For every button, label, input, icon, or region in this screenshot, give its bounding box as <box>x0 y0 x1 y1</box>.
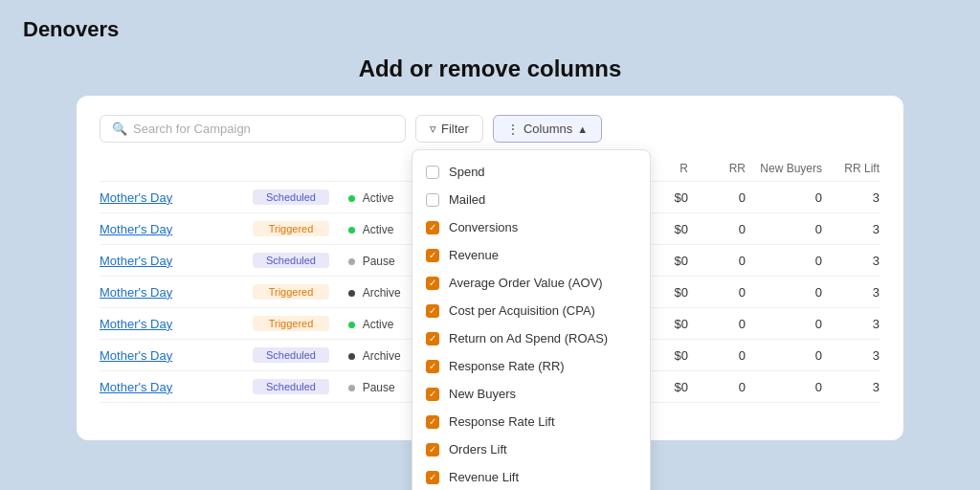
header-newbuyers: New Buyers <box>746 162 822 175</box>
dropdown-item-label: Orders Lift <box>449 442 507 457</box>
active-dot <box>348 385 355 391</box>
campaign-link[interactable]: Mother's Day <box>100 285 172 300</box>
r-cell: $0 <box>650 317 688 331</box>
filter-icon: ▿ <box>430 122 436 136</box>
checkbox-checked: ✓ <box>426 277 439 290</box>
checkbox-checked: ✓ <box>426 332 439 345</box>
active-label: Active <box>363 191 394 205</box>
dropdown-items-container: Spend Mailed ✓ Conversions ✓ Revenue ✓ A… <box>412 158 650 490</box>
r-cell: $0 <box>650 222 688 236</box>
dropdown-item-label: Revenue <box>449 248 499 262</box>
r-cell: $0 <box>650 285 688 300</box>
dropdown-item-label: Mailed <box>449 192 485 207</box>
rrlift-cell: 3 <box>822 254 880 268</box>
checkbox-checked: ✓ <box>426 221 439 234</box>
active-dot <box>348 227 355 234</box>
dropdown-item[interactable]: ✓ Average Order Value (AOV) <box>412 269 650 297</box>
header-r: R <box>650 162 688 175</box>
campaign-link[interactable]: Mother's Day <box>100 348 172 363</box>
active-dot <box>348 258 355 265</box>
checkbox-unchecked <box>426 193 439 207</box>
active-label: Archive <box>363 349 401 363</box>
campaign-link[interactable]: Mother's Day <box>100 222 172 236</box>
dropdown-item[interactable]: Spend <box>412 158 650 186</box>
dropdown-item[interactable]: ✓ Cost per Acquisition (CPA) <box>412 297 650 324</box>
rrlift-cell: 3 <box>822 380 880 394</box>
dropdown-item-label: Revenue Lift <box>449 470 519 484</box>
active-label: Pause <box>363 381 395 394</box>
rr-cell: 0 <box>688 380 746 394</box>
header-rr: RR <box>688 162 746 175</box>
newbuyers-cell: 0 <box>746 317 822 331</box>
rrlift-cell: 3 <box>822 190 880 205</box>
columns-button[interactable]: ⋮ Columns ▲ <box>493 115 602 143</box>
active-label: Active <box>363 223 394 236</box>
checkbox-checked: ✓ <box>426 304 439 318</box>
dropdown-item-label: Conversions <box>449 220 518 234</box>
dropdown-item[interactable]: ✓ New Buyers <box>412 380 650 408</box>
page-title: Add or remove columns <box>0 56 980 82</box>
rr-cell: 0 <box>688 254 746 268</box>
checkbox-checked: ✓ <box>426 471 439 484</box>
dropdown-item[interactable]: ✓ Response Rate (RR) <box>412 352 650 380</box>
filter-button[interactable]: ▿ Filter <box>415 115 483 143</box>
status-badge: Scheduled <box>253 253 329 268</box>
active-dot <box>348 322 355 328</box>
active-dot <box>348 195 355 202</box>
columns-icon: ⋮ <box>507 122 519 136</box>
active-label: Active <box>363 318 394 331</box>
r-cell: $0 <box>650 254 688 268</box>
rr-cell: 0 <box>688 222 746 236</box>
app-header: Denovers <box>0 0 980 52</box>
dropdown-item[interactable]: ✓ Return on Ad Spend (ROAS) <box>412 324 650 352</box>
checkbox-unchecked <box>426 166 439 179</box>
newbuyers-cell: 0 <box>746 348 822 363</box>
dropdown-item-label: Cost per Acquisition (CPA) <box>449 303 595 318</box>
campaign-link[interactable]: Mother's Day <box>100 254 172 268</box>
dropdown-item[interactable]: ✓ Conversions <box>412 213 650 241</box>
dropdown-item[interactable]: ✓ Revenue <box>412 241 650 269</box>
dropdown-item-label: Average Order Value (AOV) <box>449 276 603 290</box>
dropdown-item[interactable]: Mailed <box>412 186 650 213</box>
dropdown-item[interactable]: ✓ Revenue Lift <box>412 463 650 490</box>
status-badge: Triggered <box>253 316 329 331</box>
campaign-link[interactable]: Mother's Day <box>100 190 172 205</box>
dropdown-item-label: Response Rate (RR) <box>449 359 565 373</box>
rrlift-cell: 3 <box>822 317 880 331</box>
search-box[interactable]: 🔍 Search for Campaign <box>100 115 406 143</box>
checkbox-checked: ✓ <box>426 443 439 457</box>
rrlift-cell: 3 <box>822 348 880 363</box>
toolbar: 🔍 Search for Campaign ▿ Filter ⋮ Columns… <box>100 115 880 143</box>
dropdown-item[interactable]: ✓ Response Rate Lift <box>412 408 650 435</box>
dropdown-item[interactable]: ✓ Orders Lift <box>412 435 650 463</box>
search-placeholder: Search for Campaign <box>133 122 251 136</box>
newbuyers-cell: 0 <box>746 190 822 205</box>
newbuyers-cell: 0 <box>746 285 822 300</box>
chevron-up-icon: ▲ <box>577 123 588 135</box>
rr-cell: 0 <box>688 348 746 363</box>
checkbox-checked: ✓ <box>426 249 439 262</box>
status-badge: Scheduled <box>253 347 329 363</box>
header-rrlift: RR Lift <box>822 162 880 175</box>
main-card: 🔍 Search for Campaign ▿ Filter ⋮ Columns… <box>77 96 903 440</box>
filter-label: Filter <box>441 122 469 136</box>
checkbox-checked: ✓ <box>426 360 439 373</box>
checkbox-checked: ✓ <box>426 415 439 429</box>
campaign-link[interactable]: Mother's Day <box>100 317 172 331</box>
active-dot <box>348 290 355 297</box>
rrlift-cell: 3 <box>822 222 880 236</box>
status-badge: Scheduled <box>253 379 329 394</box>
newbuyers-cell: 0 <box>746 222 822 236</box>
newbuyers-cell: 0 <box>746 254 822 268</box>
checkbox-checked: ✓ <box>426 388 439 401</box>
rr-cell: 0 <box>688 190 746 205</box>
columns-label: Columns <box>523 122 572 136</box>
campaign-link[interactable]: Mother's Day <box>100 380 172 394</box>
active-label: Archive <box>363 286 401 300</box>
status-badge: Triggered <box>253 221 329 236</box>
active-dot <box>348 353 355 360</box>
newbuyers-cell: 0 <box>746 380 822 394</box>
dropdown-item-label: Spend <box>449 165 485 179</box>
dropdown-item-label: Response Rate Lift <box>449 414 555 429</box>
status-badge: Triggered <box>253 284 329 300</box>
